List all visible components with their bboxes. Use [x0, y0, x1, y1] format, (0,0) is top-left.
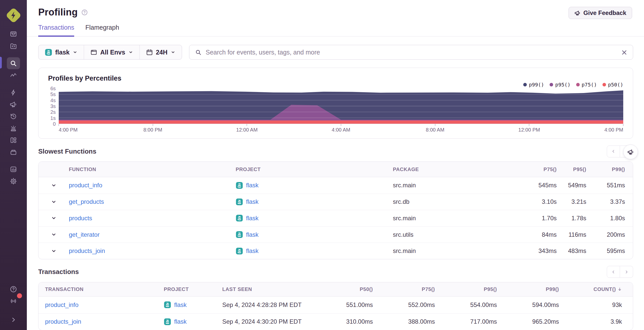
sidebar-item-replays[interactable]	[7, 110, 20, 122]
previous-page-button[interactable]	[607, 266, 620, 278]
give-feedback-label: Give Feedback	[583, 9, 626, 16]
p75-value: 545ms	[530, 182, 565, 189]
sidebar-item-performance[interactable]	[7, 69, 20, 81]
p75-value: 388.00ms	[379, 318, 441, 325]
calendar-icon	[146, 49, 153, 56]
main-content: Profiling Give Feedback Transactions Fla…	[27, 0, 644, 330]
feedback-fab-button[interactable]	[623, 144, 638, 159]
date-range-filter-label: 24H	[156, 49, 168, 56]
y-axis-label: 0	[53, 121, 56, 127]
give-feedback-button[interactable]: Give Feedback	[569, 7, 632, 19]
legend-item-p50[interactable]: p50()	[602, 82, 623, 88]
project-link[interactable]: flask	[174, 301, 187, 308]
project-link[interactable]: flask	[246, 247, 258, 254]
project-link[interactable]: flask	[174, 318, 187, 325]
x-axis-tick	[247, 124, 247, 126]
previous-page-button[interactable]	[607, 145, 620, 157]
sidebar	[0, 0, 27, 330]
sidebar-item-alerts[interactable]	[7, 122, 20, 134]
next-page-button[interactable]	[620, 266, 633, 278]
column-header-p75[interactable]: P75()	[530, 167, 565, 172]
legend-item-p75[interactable]: p75()	[576, 82, 597, 88]
function-link[interactable]: get_iterator	[69, 231, 236, 238]
column-header-p50[interactable]: P50()	[304, 286, 379, 292]
column-header-lastseen[interactable]: LAST SEEN	[222, 286, 304, 292]
function-link[interactable]: products_join	[69, 247, 236, 254]
column-header-count[interactable]: COUNT()	[565, 286, 628, 292]
percentiles-chart-svg	[59, 88, 623, 124]
column-header-p95[interactable]: P95()	[565, 167, 595, 172]
legend-item-p99[interactable]: p99()	[523, 82, 544, 88]
column-header-function[interactable]: FUNCTION	[69, 167, 236, 172]
chevron-down-icon	[128, 50, 133, 55]
org-logo[interactable]	[5, 7, 22, 23]
project-link[interactable]: flask	[246, 198, 258, 205]
column-header-p99[interactable]: P99()	[595, 167, 633, 172]
sidebar-item-projects[interactable]	[7, 40, 20, 52]
p95-value: 116ms	[565, 231, 595, 238]
gear-icon	[10, 177, 17, 185]
column-header-p95[interactable]: P95()	[441, 286, 503, 292]
search-input[interactable]	[206, 49, 618, 56]
legend-dot	[576, 83, 580, 86]
package-cell: src.main	[393, 215, 530, 222]
expand-row-button[interactable]	[38, 248, 69, 254]
p99-value: 200ms	[595, 231, 633, 238]
sidebar-collapse-toggle[interactable]	[7, 314, 20, 325]
transaction-link[interactable]: product_info	[38, 301, 164, 308]
sidebar-item-settings[interactable]	[7, 175, 20, 187]
siren-icon	[10, 124, 17, 132]
search-icon	[195, 49, 202, 56]
project-link[interactable]: flask	[246, 215, 258, 222]
function-link[interactable]: get_products	[69, 198, 236, 205]
sidebar-item-feedback[interactable]	[7, 98, 20, 110]
project-cell: flask	[164, 301, 222, 308]
table-row: get_productsflasksrc.db3.10s3.21s3.37s	[38, 194, 633, 210]
transactions-table: TRANSACTIONPROJECTLAST SEENP50()P75()P95…	[38, 282, 633, 330]
sidebar-item-help[interactable]	[7, 283, 20, 295]
page-help-icon[interactable]	[81, 9, 88, 16]
column-header-project[interactable]: PROJECT	[236, 167, 393, 172]
flask-project-icon	[236, 247, 243, 255]
function-link[interactable]: products	[69, 215, 236, 222]
sidebar-item-issues[interactable]	[7, 28, 20, 40]
sidebar-item-whats-new[interactable]	[7, 295, 20, 307]
sidebar-item-dashboards[interactable]	[7, 134, 20, 146]
x-axis-tick	[435, 124, 435, 126]
expand-row-button[interactable]	[38, 183, 69, 188]
environment-filter[interactable]: All Envs	[84, 45, 139, 59]
p95-value: 3.21s	[565, 198, 595, 205]
sort-desc-icon	[617, 286, 622, 292]
expand-row-button[interactable]	[38, 215, 69, 221]
chevron-right-icon	[10, 316, 17, 323]
sidebar-item-crons[interactable]	[7, 146, 20, 158]
x-axis-tick	[623, 124, 623, 126]
function-link[interactable]: product_info	[69, 182, 236, 189]
package-cell: src.utils	[393, 231, 530, 238]
chart-area: 01s2s3s4s5s6s	[48, 88, 623, 124]
column-header-transaction[interactable]: TRANSACTION	[38, 286, 164, 292]
tab-transactions[interactable]: Transactions	[38, 24, 74, 37]
date-range-filter[interactable]: 24H	[139, 45, 182, 59]
expand-row-button[interactable]	[38, 199, 69, 205]
chart-plot[interactable]	[59, 88, 623, 124]
legend-label: p50()	[608, 82, 623, 88]
expand-row-button[interactable]	[38, 232, 69, 237]
dashboard-layout-icon	[10, 136, 17, 144]
sidebar-item-stats[interactable]	[7, 163, 20, 175]
column-header-project[interactable]: PROJECT	[164, 286, 222, 292]
legend-label: p95()	[555, 82, 570, 88]
sidebar-item-launch[interactable]	[7, 86, 20, 98]
legend-item-p95[interactable]: p95()	[550, 82, 570, 88]
column-header-p99[interactable]: P99()	[503, 286, 565, 292]
column-header-package[interactable]: PACKAGE	[393, 167, 530, 172]
project-cell: flask	[236, 231, 393, 238]
project-filter[interactable]: flask	[38, 45, 84, 59]
tab-flamegraph[interactable]: Flamegraph	[85, 24, 119, 36]
clear-search-icon[interactable]	[621, 49, 628, 56]
transaction-link[interactable]: products_join	[38, 318, 164, 325]
project-link[interactable]: flask	[246, 231, 258, 238]
sidebar-item-explore[interactable]	[7, 57, 20, 69]
project-link[interactable]: flask	[246, 182, 258, 189]
column-header-p75[interactable]: P75()	[379, 286, 441, 292]
